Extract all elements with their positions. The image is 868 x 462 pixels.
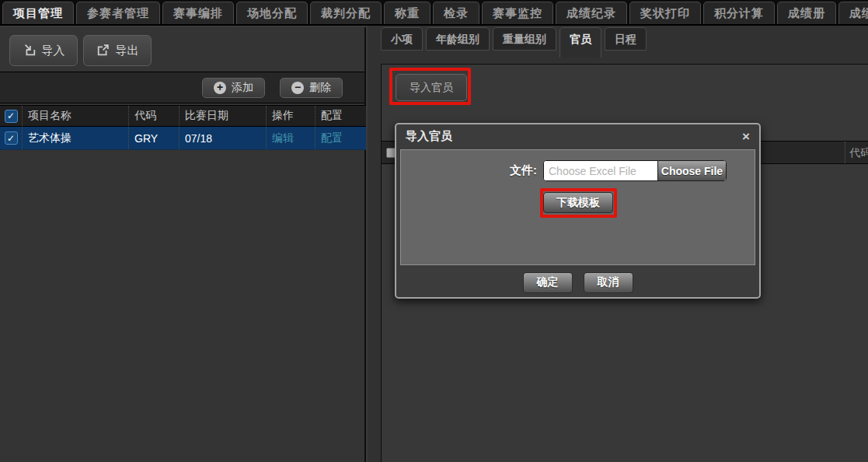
- col-header-action: 操作: [267, 106, 315, 126]
- nav-tab-weigh-in[interactable]: 称重: [384, 2, 431, 24]
- cell-project-name: 艺术体操: [23, 127, 129, 149]
- modal-footer: 确定 取消: [396, 265, 759, 299]
- tab-weight-groups[interactable]: 重量组别: [493, 27, 556, 51]
- plus-circle-icon: +: [214, 82, 226, 94]
- row-checkbox[interactable]: ✓: [5, 131, 18, 145]
- download-template-button[interactable]: 下载模板: [543, 192, 613, 213]
- nav-tab-venue-allocation[interactable]: 场地分配: [236, 2, 308, 24]
- nav-tab-project-management[interactable]: 项目管理: [2, 2, 74, 24]
- nav-tab-certificate-printing[interactable]: 奖状打印: [629, 2, 701, 24]
- cancel-button[interactable]: 取消: [584, 272, 633, 293]
- right-panel-tabs: 小项 年龄组别 重量组别 官员 日程: [381, 27, 650, 58]
- delete-button-label: 删除: [309, 81, 331, 95]
- export-button[interactable]: 导出: [83, 35, 152, 66]
- nav-tab-event-monitoring[interactable]: 赛事监控: [482, 2, 553, 24]
- close-icon[interactable]: ×: [742, 130, 750, 143]
- cell-date: 07/18: [180, 127, 267, 149]
- table-row[interactable]: ✓ 艺术体操 GRY 07/18 编辑 配置: [0, 127, 366, 150]
- projects-table-header: ✓ 项目名称 代码 比赛日期 操作 配置: [0, 105, 366, 127]
- tab-sub-events[interactable]: 小项: [381, 27, 423, 51]
- left-panel: 导入 导出 + 添加 − 删除 ✓ 项目名称 代码 比赛日期 操: [0, 27, 366, 462]
- projects-table: ✓ 项目名称 代码 比赛日期 操作 配置 ✓ 艺术体操 GRY 07/18 编辑…: [0, 105, 366, 150]
- import-officials-modal: 导入官员 × 文件: Choose File 下载模板 确定 取消: [395, 123, 761, 299]
- check-icon: ✓: [7, 110, 15, 121]
- nav-tab-referee-allocation[interactable]: 裁判分配: [310, 2, 382, 24]
- minus-circle-icon: −: [291, 82, 304, 94]
- nav-tab-score-record[interactable]: 成绩纪录: [556, 2, 627, 24]
- edit-link[interactable]: 编辑: [272, 131, 294, 145]
- col-header-code: 代码: [129, 106, 180, 126]
- table-toolbar: + 添加 − 删除: [0, 72, 364, 103]
- nav-tab-check-in[interactable]: 检录: [433, 2, 479, 24]
- col-header-config: 配置: [315, 106, 366, 126]
- config-link[interactable]: 配置: [321, 131, 343, 145]
- nav-tab-event-scheduling[interactable]: 赛事编排: [162, 2, 234, 24]
- file-input[interactable]: [544, 161, 657, 180]
- export-icon: [96, 43, 110, 59]
- cell-code: GRY: [129, 127, 180, 149]
- file-picker: Choose File: [543, 160, 727, 181]
- import-button[interactable]: 导入: [9, 35, 78, 66]
- modal-title: 导入官员: [406, 129, 452, 144]
- file-label: 文件:: [401, 163, 537, 178]
- import-officials-button[interactable]: 导入官员: [396, 74, 467, 101]
- ok-button[interactable]: 确定: [523, 272, 573, 293]
- add-button-label: 添加: [232, 81, 253, 95]
- tab-officials[interactable]: 官员: [559, 27, 601, 58]
- nav-tab-participant-management[interactable]: 参赛者管理: [76, 2, 160, 24]
- officials-col-header-code: 代码: [845, 142, 868, 163]
- nav-tab-points-calculation[interactable]: 积分计算: [703, 2, 775, 24]
- col-header-project-name: 项目名称: [23, 106, 129, 126]
- export-button-label: 导出: [116, 44, 139, 58]
- nav-tab-results-publish[interactable]: 成绩发布: [838, 2, 868, 24]
- modal-body: 文件: Choose File 下载模板: [400, 149, 755, 265]
- import-button-label: 导入: [42, 44, 65, 58]
- add-button[interactable]: + 添加: [202, 78, 265, 98]
- select-all-checkbox[interactable]: ✓: [5, 110, 18, 123]
- tab-age-groups[interactable]: 年龄组别: [426, 27, 490, 51]
- col-header-date: 比赛日期: [180, 106, 267, 126]
- top-nav: 项目管理 参赛者管理 赛事编排 场地分配 裁判分配 称重 检录 赛事监控 成绩纪…: [0, 0, 868, 26]
- tab-schedule[interactable]: 日程: [605, 27, 647, 51]
- delete-button[interactable]: − 删除: [280, 78, 343, 98]
- check-icon: ✓: [7, 133, 15, 144]
- choose-file-button[interactable]: Choose File: [657, 161, 726, 180]
- modal-title-bar: 导入官员 ×: [396, 124, 759, 148]
- file-row: 文件: Choose File: [401, 160, 755, 181]
- app-window: 项目管理 参赛者管理 赛事编排 场地分配 裁判分配 称重 检录 赛事监控 成绩纪…: [0, 0, 868, 462]
- import-icon: [23, 43, 37, 59]
- nav-tab-results-book[interactable]: 成绩册: [777, 2, 836, 24]
